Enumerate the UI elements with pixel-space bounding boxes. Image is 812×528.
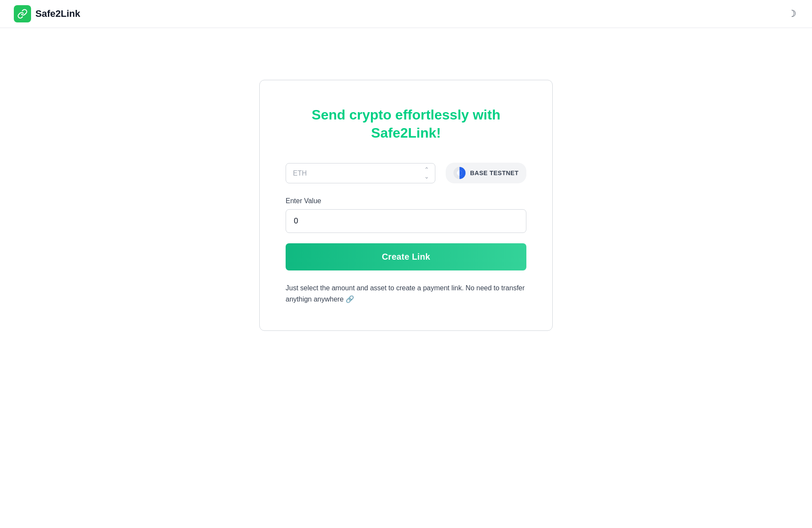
app-name: Safe2Link bbox=[35, 8, 80, 19]
value-field-container: Enter Value bbox=[286, 197, 526, 243]
navbar: Safe2Link ☽ bbox=[0, 0, 812, 28]
main-content: Send crypto effortlessly with Safe2Link!… bbox=[0, 28, 812, 331]
logo-icon bbox=[14, 5, 31, 22]
create-link-button-label: Create Link bbox=[382, 252, 430, 261]
value-input[interactable] bbox=[286, 209, 526, 233]
description-text: Just select the amount and asset to crea… bbox=[286, 283, 526, 305]
base-network-icon bbox=[453, 167, 466, 179]
token-select-wrapper: ETH USDC USDT DAI ⌃⌄ bbox=[286, 163, 435, 183]
logo-area: Safe2Link bbox=[14, 5, 80, 22]
moon-icon: ☽ bbox=[788, 8, 796, 19]
create-link-button[interactable]: Create Link bbox=[286, 243, 526, 270]
main-card: Send crypto effortlessly with Safe2Link!… bbox=[259, 80, 553, 331]
network-badge: BASE TESTNET bbox=[446, 163, 526, 183]
theme-toggle-button[interactable]: ☽ bbox=[786, 6, 798, 21]
token-network-row: ETH USDC USDT DAI ⌃⌄ BASE TESTNET bbox=[286, 163, 526, 183]
value-field-label: Enter Value bbox=[286, 197, 526, 205]
token-select[interactable]: ETH USDC USDT DAI bbox=[286, 163, 435, 183]
card-title: Send crypto effortlessly with Safe2Link! bbox=[286, 106, 526, 142]
network-label: BASE TESTNET bbox=[470, 170, 519, 176]
